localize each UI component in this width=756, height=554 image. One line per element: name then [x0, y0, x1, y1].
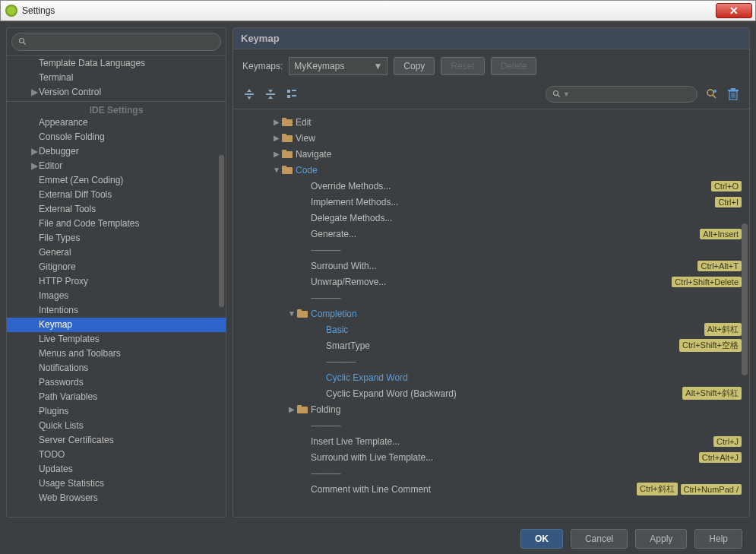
- sidebar-item[interactable]: Passwords: [7, 375, 226, 390]
- sidebar-item[interactable]: Updates: [7, 462, 226, 476]
- tree-folder[interactable]: ▼Code: [233, 162, 749, 178]
- action-search-input[interactable]: ▼: [546, 86, 697, 103]
- shortcut-badge: Ctrl+Alt+J: [699, 452, 742, 463]
- svg-point-0: [20, 39, 24, 43]
- shortcut-badge: Ctrl+NumPad /: [681, 484, 742, 495]
- tree-item-label: SmartType: [326, 340, 676, 351]
- sidebar-item[interactable]: Quick Lists: [7, 419, 226, 433]
- sidebar-item-label: Editor: [39, 160, 62, 171]
- tree-action[interactable]: -------------: [233, 242, 749, 258]
- sidebar-item-label: Menus and Toolbars: [39, 348, 121, 359]
- ok-button[interactable]: OK: [520, 529, 563, 549]
- collapse-all-icon[interactable]: [264, 87, 277, 101]
- reset-button[interactable]: Reset: [441, 57, 484, 75]
- sidebar-item[interactable]: Template Data Languages: [7, 56, 226, 71]
- tree-action[interactable]: Unwrap/Remove...Ctrl+Shift+Delete: [233, 274, 749, 290]
- svg-line-11: [713, 95, 716, 98]
- expand-all-icon[interactable]: [242, 87, 256, 101]
- copy-button[interactable]: Copy: [394, 57, 435, 75]
- tree-action[interactable]: Implement Methods...Ctrl+I: [233, 194, 749, 210]
- sidebar-item-label: External Tools: [39, 204, 96, 214]
- sidebar-item[interactable]: Gitignore: [7, 260, 226, 274]
- sidebar-item[interactable]: File and Code Templates: [7, 217, 226, 231]
- sidebar-item[interactable]: Console Folding: [7, 130, 226, 144]
- sidebar-search-input[interactable]: [11, 33, 221, 51]
- tree-action[interactable]: Surround With...Ctrl+Alt+T: [233, 258, 749, 274]
- keymaps-dropdown[interactable]: MyKeymaps ▼: [289, 57, 387, 75]
- tree-action[interactable]: Delegate Methods...: [233, 210, 749, 226]
- separator: -------------: [311, 420, 742, 431]
- tree-action[interactable]: Cyclic Expand Word: [233, 369, 749, 385]
- sidebar-item[interactable]: Emmet (Zen Coding): [7, 173, 226, 188]
- folder-icon: [297, 309, 308, 318]
- sidebar-item[interactable]: Web Browsers: [7, 491, 226, 505]
- tree-action[interactable]: -------------: [233, 353, 749, 369]
- tree-action[interactable]: -------------: [233, 290, 749, 305]
- separator: -------------: [326, 356, 742, 367]
- tree-item-label: Comment with Line Comment: [311, 484, 634, 495]
- tree-action[interactable]: Cyclic Expand Word (Backward)Alt+Shift+斜…: [233, 385, 749, 401]
- sidebar-item-label: Appearance: [39, 117, 88, 128]
- cancel-button[interactable]: Cancel: [571, 529, 628, 549]
- sidebar-item[interactable]: General: [7, 245, 226, 260]
- tree-action[interactable]: -------------: [233, 465, 749, 481]
- tree-folder[interactable]: ▶Folding: [233, 401, 749, 417]
- tree-folder[interactable]: ▼Completion: [233, 305, 749, 321]
- folder-icon: [282, 150, 293, 158]
- sidebar-item[interactable]: Server Certificates: [7, 433, 226, 448]
- sidebar-item-label: Updates: [39, 464, 73, 474]
- chevron-down-icon: ▼: [563, 90, 570, 98]
- tree-action[interactable]: Generate...Alt+Insert: [233, 226, 749, 242]
- tree-action[interactable]: Comment with Line CommentCtrl+斜杠Ctrl+Num…: [233, 481, 749, 497]
- apply-button[interactable]: Apply: [635, 529, 687, 549]
- panel-title: Keymap: [233, 28, 749, 49]
- folder-icon: [297, 405, 308, 413]
- sidebar-item[interactable]: Path Variables: [7, 390, 226, 404]
- tree-folder[interactable]: ▶Edit: [233, 114, 749, 130]
- sidebar-item[interactable]: ▶Editor: [7, 159, 226, 173]
- expand-arrow-icon: ▶: [271, 150, 282, 158]
- expand-arrow-icon: ▶: [286, 405, 297, 413]
- tree-folder[interactable]: ▶Navigate: [233, 146, 749, 162]
- sidebar-scrollbar[interactable]: [219, 155, 224, 307]
- tree-action[interactable]: -------------: [233, 417, 749, 433]
- tree-action[interactable]: BasicAlt+斜杠: [233, 321, 749, 337]
- help-button[interactable]: Help: [694, 529, 742, 549]
- shortcut-badge: Alt+Insert: [700, 229, 742, 239]
- sidebar-item[interactable]: Intentions: [7, 303, 226, 318]
- sidebar-item[interactable]: ▶Version Control: [7, 85, 226, 100]
- sidebar-item[interactable]: Plugins: [7, 404, 226, 419]
- expand-arrow-icon: ▶: [30, 144, 39, 159]
- sidebar-item-label: Keymap: [39, 319, 72, 330]
- sidebar-item[interactable]: External Tools: [7, 202, 226, 217]
- sidebar-item[interactable]: Images: [7, 289, 226, 303]
- sidebar-item[interactable]: Keymap: [7, 318, 226, 332]
- tree-scrollbar[interactable]: [742, 223, 748, 375]
- sidebar-item[interactable]: External Diff Tools: [7, 188, 226, 202]
- sidebar-item[interactable]: Usage Statistics: [7, 476, 226, 491]
- delete-button[interactable]: Delete: [491, 57, 537, 75]
- sidebar-item[interactable]: TODO: [7, 448, 226, 462]
- tree-action[interactable]: Insert Live Template...Ctrl+J: [233, 433, 749, 449]
- sidebar-item[interactable]: ▶Debugger: [7, 144, 226, 159]
- shortcut-badge: Ctrl+斜杠: [637, 483, 678, 495]
- trash-icon[interactable]: [726, 87, 740, 101]
- sidebar-item[interactable]: Notifications: [7, 361, 226, 375]
- sidebar-section-header: IDE Settings: [7, 101, 226, 116]
- tree-action[interactable]: Surround with Live Template...Ctrl+Alt+J: [233, 449, 749, 465]
- close-button[interactable]: ✕: [716, 3, 752, 18]
- sidebar-item-label: File Types: [39, 233, 80, 243]
- sidebar-item-label: Console Folding: [39, 131, 105, 142]
- sidebar-item[interactable]: Terminal: [7, 71, 226, 85]
- tree-action[interactable]: Override Methods...Ctrl+O: [233, 178, 749, 194]
- find-by-shortcut-icon[interactable]: [705, 87, 719, 101]
- tree-folder[interactable]: ▶View: [233, 130, 749, 146]
- sidebar-item[interactable]: HTTP Proxy: [7, 274, 226, 289]
- tree-item-label: Implement Methods...: [311, 197, 712, 207]
- sidebar-item[interactable]: File Types: [7, 231, 226, 245]
- sidebar-item-label: Emmet (Zen Coding): [39, 175, 123, 185]
- sidebar-item[interactable]: Live Templates: [7, 332, 226, 347]
- edit-shortcut-icon[interactable]: [285, 87, 299, 101]
- tree-action[interactable]: SmartTypeCtrl+Shift+空格: [233, 337, 749, 353]
- sidebar-item[interactable]: Menus and Toolbars: [7, 347, 226, 361]
